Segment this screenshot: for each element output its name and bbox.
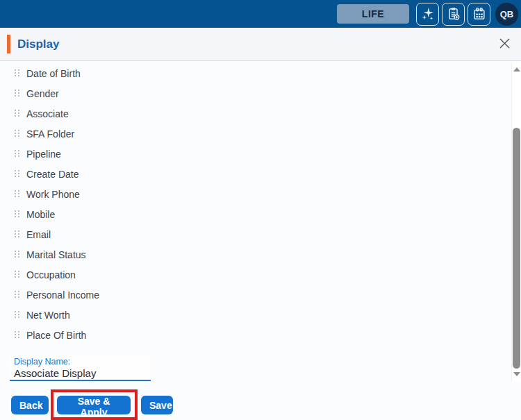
field-label: Work Phone [26, 189, 80, 200]
field-row[interactable]: Date of Birth [0, 63, 507, 83]
drag-handle-icon[interactable] [15, 190, 20, 199]
accent-bar [7, 35, 10, 53]
display-name-input[interactable] [14, 367, 146, 379]
ai-assistant-button[interactable] [416, 3, 439, 26]
field-row[interactable]: Mobile [0, 204, 507, 224]
drag-handle-icon[interactable] [15, 230, 20, 239]
drag-handle-icon[interactable] [15, 271, 20, 279]
field-label: SFA Folder [26, 128, 74, 140]
field-row[interactable]: Work Phone [0, 184, 507, 204]
life-module-button[interactable]: LIFE [337, 4, 409, 24]
drag-handle-icon[interactable] [15, 130, 20, 138]
field-row[interactable]: Net Worth [0, 305, 507, 325]
field-row[interactable]: Pipeline [0, 144, 507, 164]
field-row[interactable]: Place Of Birth [0, 325, 507, 345]
drag-handle-icon[interactable] [15, 251, 20, 259]
close-icon [499, 37, 511, 51]
drag-handle-icon[interactable] [15, 110, 20, 118]
field-label: Personal Income [26, 289, 99, 301]
field-row[interactable]: Associate [0, 103, 507, 124]
field-label: Associate [26, 108, 69, 119]
drag-handle-icon[interactable] [15, 311, 20, 319]
field-label: Email [26, 229, 51, 240]
field-row[interactable]: Occupation [0, 264, 507, 285]
panel-header: Display [0, 28, 521, 61]
drag-handle-icon[interactable] [15, 150, 20, 158]
field-row[interactable]: SFA Folder [0, 124, 507, 144]
field-label: Gender [26, 88, 59, 99]
sparkles-icon [420, 6, 436, 22]
drag-handle-icon[interactable] [15, 170, 20, 178]
scrollbar-thumb[interactable] [513, 128, 520, 369]
calendar-icon [472, 6, 487, 22]
field-row[interactable]: Create Date [0, 164, 507, 184]
clipboard-add-icon [446, 6, 461, 22]
display-name-field: Display Name: [10, 355, 151, 381]
back-button[interactable]: Back [11, 396, 49, 414]
drag-handle-icon[interactable] [15, 331, 20, 339]
field-label: Mobile [26, 209, 55, 220]
field-label: Date of Birth [26, 68, 81, 79]
field-label: Place Of Birth [26, 330, 86, 341]
scroll-up-arrow[interactable] [512, 65, 521, 74]
display-name-label: Display Name: [14, 357, 151, 367]
save-and-apply-button[interactable]: Save & Apply [57, 396, 131, 414]
calendar-button[interactable] [468, 3, 490, 26]
drag-handle-icon[interactable] [15, 90, 20, 98]
display-fields-list: Date of Birth Gender Associate SFA Folde… [0, 63, 507, 345]
user-avatar[interactable]: QB [495, 3, 518, 26]
field-label: Pipeline [26, 149, 61, 160]
top-navigation-bar: LIFE [0, 0, 521, 28]
field-row[interactable]: Gender [0, 83, 507, 103]
drag-handle-icon[interactable] [15, 69, 20, 78]
page-title: Display [17, 37, 59, 51]
vertical-scrollbar[interactable] [511, 63, 521, 382]
field-row[interactable]: Marital Status [0, 244, 507, 264]
drag-handle-icon[interactable] [15, 291, 20, 299]
drag-handle-icon[interactable] [15, 210, 20, 219]
field-label: Net Worth [26, 310, 70, 321]
field-row[interactable]: Personal Income [0, 285, 507, 305]
close-button[interactable] [496, 36, 513, 53]
field-label: Occupation [26, 269, 76, 280]
field-label: Create Date [26, 169, 78, 180]
field-row[interactable]: Email [0, 224, 507, 244]
save-button[interactable]: Save [141, 396, 173, 414]
scroll-down-arrow[interactable] [512, 369, 521, 379]
field-label: Marital Status [26, 249, 86, 260]
add-note-button[interactable] [442, 3, 465, 26]
